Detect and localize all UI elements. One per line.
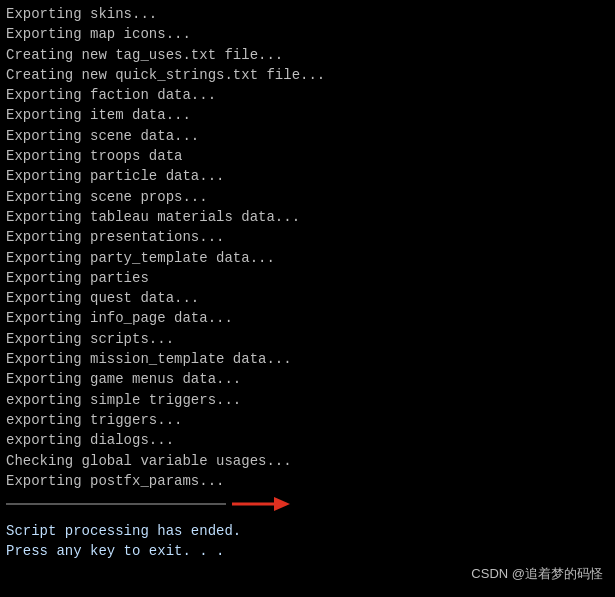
terminal-line: Exporting quest data... xyxy=(6,288,609,308)
terminal-line: Exporting game menus data... xyxy=(6,369,609,389)
terminal-line: Exporting scene data... xyxy=(6,126,609,146)
terminal-line: Exporting presentations... xyxy=(6,227,609,247)
terminal-line: exporting dialogs... xyxy=(6,430,609,450)
terminal-line: Exporting faction data... xyxy=(6,85,609,105)
terminal-line: Exporting parties xyxy=(6,268,609,288)
terminal-line: Checking global variable usages... xyxy=(6,451,609,471)
divider-row xyxy=(6,495,609,513)
terminal-line: Creating new tag_uses.txt file... xyxy=(6,45,609,65)
divider-line xyxy=(6,503,226,505)
terminal-line: exporting triggers... xyxy=(6,410,609,430)
terminal-line: Exporting postfx_params... xyxy=(6,471,609,491)
terminal-line: Creating new quick_strings.txt file... xyxy=(6,65,609,85)
terminal-line: Exporting troops data xyxy=(6,146,609,166)
terminal-line: Exporting map icons... xyxy=(6,24,609,44)
terminal-line: Exporting item data... xyxy=(6,105,609,125)
arrow-icon xyxy=(232,493,292,515)
end-line: Press any key to exit. . . xyxy=(6,541,609,561)
terminal-line: exporting simple triggers... xyxy=(6,390,609,410)
terminal-line: Exporting particle data... xyxy=(6,166,609,186)
svg-marker-1 xyxy=(274,497,290,511)
terminal-window: Exporting skins...Exporting map icons...… xyxy=(0,0,615,597)
end-line: Script processing has ended. xyxy=(6,521,609,541)
terminal-line: Exporting info_page data... xyxy=(6,308,609,328)
terminal-line: Exporting skins... xyxy=(6,4,609,24)
terminal-line: Exporting mission_template data... xyxy=(6,349,609,369)
terminal-line: Exporting tableau materials data... xyxy=(6,207,609,227)
terminal-line: Exporting scripts... xyxy=(6,329,609,349)
watermark: CSDN @追着梦的码怪 xyxy=(471,565,603,583)
terminal-line: Exporting scene props... xyxy=(6,187,609,207)
terminal-line: Exporting party_template data... xyxy=(6,248,609,268)
